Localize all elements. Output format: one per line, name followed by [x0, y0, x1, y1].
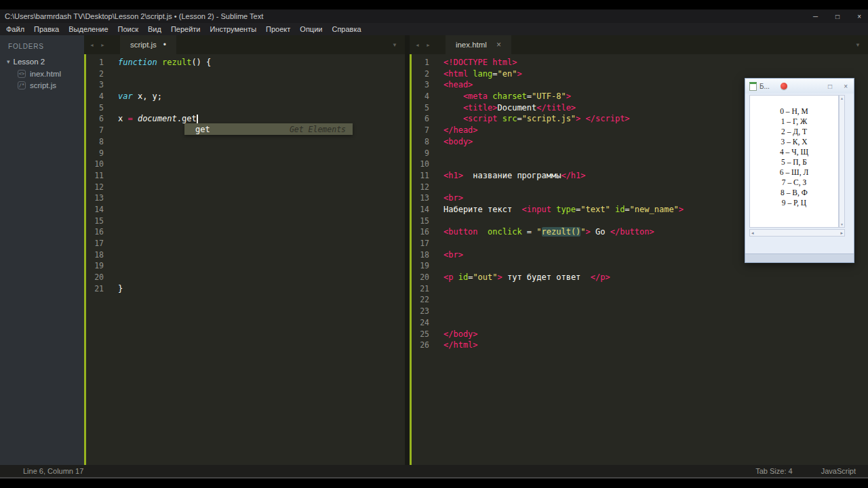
code-line[interactable]: 10 [84, 159, 405, 170]
code-token: <button [443, 227, 488, 237]
menu-item-0[interactable]: Файл [1, 25, 29, 33]
line-content: </html> [429, 340, 478, 351]
pin-icon[interactable] [781, 83, 787, 89]
line-content [429, 283, 443, 295]
code-line[interactable]: 11 [84, 170, 405, 182]
code-line[interactable]: 14 [84, 204, 405, 216]
line-content: var x, y; [104, 91, 162, 102]
code-line[interactable]: 20<p id="out"> тут будет ответ </p> [410, 272, 868, 283]
letterbox-bottom [0, 477, 868, 488]
code-line[interactable]: 1<!DOCTYPE html> [410, 57, 868, 68]
code-token: var [118, 92, 133, 101]
scroll-left-icon[interactable]: ◂ [751, 230, 754, 236]
tab-prev-icon[interactable]: ◄ [90, 43, 94, 47]
line-content: function rezult() { [104, 57, 211, 68]
code-line[interactable]: 4var x, y; [84, 91, 405, 102]
menu-item-3[interactable]: Поиск [113, 25, 143, 33]
diff-gutter-strip [84, 54, 86, 465]
sidebar-file-inex.html[interactable]: <>inex.html [0, 68, 84, 79]
code-token: "script.js" [522, 114, 576, 123]
code-line[interactable]: 25</body> [410, 329, 868, 340]
float-window-titlebar[interactable]: Б... □ × [745, 79, 854, 94]
code-line[interactable]: 5 [84, 102, 405, 114]
line-content [104, 226, 118, 238]
line-number: 1 [410, 57, 429, 68]
tab-overflow-icon[interactable]: ▼ [392, 42, 405, 48]
tab-prev-icon[interactable]: ◄ [415, 43, 420, 47]
code-token: > [586, 227, 595, 237]
code-line[interactable]: 19 [84, 260, 405, 272]
menu-item-7[interactable]: Проект [261, 25, 295, 33]
menu-item-2[interactable]: Выделение [64, 25, 113, 33]
code-line[interactable]: 18 [84, 249, 405, 261]
autocomplete-item[interactable]: get [184, 125, 210, 134]
float-maximize-icon[interactable]: □ [828, 83, 832, 90]
tab-next-icon[interactable]: ► [100, 43, 105, 47]
sidebar-file-script.js[interactable]: /*script.js [0, 79, 84, 91]
code-line[interactable]: 9 [84, 148, 405, 159]
menu-item-1[interactable]: Правка [29, 25, 64, 33]
code-line[interactable]: 3 [84, 79, 405, 91]
tab-label: script.js [130, 41, 157, 49]
line-number: 14 [410, 204, 429, 216]
menu-item-9[interactable]: Справка [327, 25, 366, 33]
code-token: " [580, 227, 585, 237]
code-area-script-js[interactable]: 1function rezult() {234var x, y;56x = do… [84, 54, 405, 465]
autocomplete-popup[interactable]: get Get Elements [184, 123, 353, 135]
pane-divider[interactable] [405, 35, 410, 465]
scroll-down-icon[interactable]: ▼ [840, 222, 844, 226]
code-line[interactable]: 23 [410, 306, 868, 317]
code-token: <br> [443, 250, 463, 260]
line-number: 11 [84, 170, 104, 182]
tab-inex-html[interactable]: inex.html × [446, 35, 511, 54]
code-line[interactable]: 17 [84, 238, 405, 249]
tab-bar-left: ◄ ► script.js • ▼ [84, 35, 405, 54]
line-number: 1 [84, 57, 104, 68]
line-content [429, 148, 443, 159]
line-number: 11 [410, 170, 429, 182]
code-line[interactable]: 12 [84, 182, 405, 193]
tab-next-icon[interactable]: ► [426, 43, 431, 47]
syntax-indicator[interactable]: JavaScript [821, 467, 856, 475]
code-line[interactable]: 26</html> [410, 340, 868, 351]
code-token: = [522, 227, 537, 237]
code-line[interactable]: 2 [84, 68, 405, 80]
code-token: <html [443, 69, 473, 79]
code-line[interactable]: 21} [84, 283, 405, 295]
menu-item-4[interactable]: Вид [143, 25, 166, 33]
minimize-icon[interactable]: ─ [813, 13, 818, 20]
line-content: <meta charset="UTF-8"> [429, 91, 571, 102]
code-token: <script [443, 114, 502, 123]
code-token: " [536, 227, 541, 237]
scroll-right-icon[interactable]: ▸ [840, 230, 843, 236]
code-token: .get [177, 114, 197, 123]
tab-size-indicator[interactable]: Tab Size: 4 [755, 467, 792, 475]
maximize-icon[interactable]: □ [835, 13, 840, 20]
code-line[interactable]: 20 [84, 272, 405, 283]
close-icon[interactable]: × [857, 13, 861, 20]
code-line[interactable]: 24 [410, 317, 868, 329]
menu-item-5[interactable]: Перейти [166, 25, 205, 33]
code-line[interactable]: 15 [84, 216, 405, 227]
tab-script-js[interactable]: script.js • [120, 35, 176, 54]
cipher-row: 7 – С, З [750, 178, 838, 188]
line-number: 6 [84, 113, 104, 125]
code-line[interactable]: 13 [84, 192, 405, 204]
float-vertical-scrollbar[interactable]: ▲ ▼ [839, 95, 845, 228]
code-token: "new_name" [630, 205, 679, 214]
scroll-up-icon[interactable]: ▲ [840, 96, 844, 100]
code-line[interactable]: 16 [84, 226, 405, 238]
tab-overflow-icon[interactable]: ▼ [855, 42, 868, 48]
line-content: <head> [429, 79, 473, 91]
code-line[interactable]: 22 [410, 294, 868, 306]
code-line[interactable]: 8 [84, 136, 405, 148]
menu-item-8[interactable]: Опции [295, 25, 327, 33]
code-line[interactable]: 21 [410, 283, 868, 295]
code-line[interactable]: 1function rezult() { [84, 57, 405, 68]
tab-close-icon[interactable]: × [496, 40, 501, 49]
float-close-icon[interactable]: × [844, 83, 848, 90]
sidebar-folder-lesson-2[interactable]: ▾ Lesson 2 [0, 56, 84, 68]
float-horizontal-scrollbar[interactable]: ◂ ▸ [749, 229, 845, 237]
menu-item-6[interactable]: Инструменты [205, 25, 262, 33]
float-window-status-strip [745, 253, 854, 262]
